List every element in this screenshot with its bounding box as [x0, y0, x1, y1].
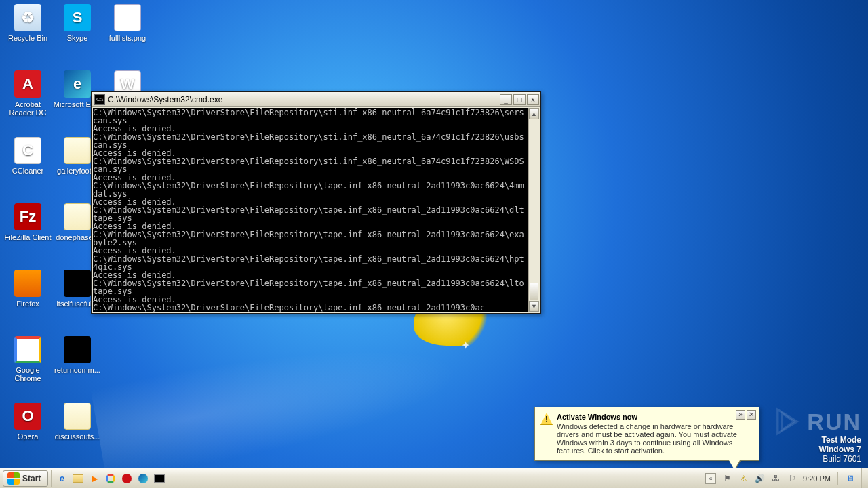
tray-expand-button[interactable]: « — [705, 473, 716, 484]
desktop-icon-discussouts[interactable]: discussouts... — [53, 403, 102, 441]
ie-icon[interactable]: e — [54, 471, 69, 486]
firefox-icon — [14, 270, 41, 297]
quick-launch: e ▶ — [51, 470, 170, 487]
icon-label: Google Chrome — [3, 366, 52, 382]
action-center-icon[interactable]: ⚑ — [722, 473, 732, 484]
taskbar[interactable]: Start e ▶ « ⚑ ⚠ 🔊 🖧 ⚐ 9:20 PM 🖥 — [0, 468, 868, 488]
filezilla-icon: Fz — [14, 203, 41, 230]
wallpaper-streak — [87, 285, 578, 488]
desktop-icon-ccleaner[interactable]: CCCleaner — [3, 137, 52, 175]
icon-label: FileZilla Client — [3, 233, 52, 241]
desktop-icon-firefox[interactable]: Firefox — [3, 270, 52, 308]
explorer-icon[interactable] — [71, 471, 85, 486]
system-tray: « ⚑ ⚠ 🔊 🖧 ⚐ 9:20 PM 🖥 — [700, 468, 861, 488]
balloon-options-button[interactable]: » — [736, 410, 745, 420]
scroll-thumb[interactable] — [530, 283, 538, 300]
network-icon[interactable]: 🖧 — [770, 473, 781, 484]
discussouts-icon — [64, 403, 91, 430]
balloon-body: Windows detected a change in hardware or… — [557, 422, 752, 455]
tray-separator — [837, 472, 838, 485]
cmd-client-area: C:\Windows\System32\DriverStore\FileRepo… — [92, 107, 540, 313]
activation-balloon[interactable]: » ✕ Activate Windows now Windows detecte… — [534, 407, 760, 461]
cmd-taskbar-icon[interactable] — [152, 471, 167, 486]
icon-label: returncomm... — [53, 366, 102, 374]
flag-icon[interactable]: ⚐ — [787, 473, 797, 484]
desktop-icon-acrobat[interactable]: AAcrobat Reader DC — [3, 70, 52, 117]
show-desktop-button[interactable] — [861, 468, 868, 488]
cmd-scrollbar[interactable]: ▲ ▼ — [528, 108, 539, 312]
skype-icon: S — [64, 4, 91, 31]
desktop-icon-skype[interactable]: SSkype — [53, 4, 102, 42]
cmd-window[interactable]: C:\ C:\Windows\System32\cmd.exe _ □ X C:… — [91, 92, 541, 314]
cmd-title: C:\Windows\System32\cmd.exe — [108, 95, 498, 104]
security-icon[interactable]: ⚠ — [738, 473, 749, 484]
warning-icon — [540, 413, 553, 425]
scroll-track[interactable] — [529, 119, 539, 301]
icon-label: Firefox — [3, 300, 52, 308]
volume-icon[interactable]: 🔊 — [754, 473, 765, 484]
desktop-icon-filezilla[interactable]: FzFileZilla Client — [3, 203, 52, 241]
scroll-up-arrow[interactable]: ▲ — [529, 108, 539, 119]
close-button[interactable]: X — [527, 94, 539, 105]
tray-clock[interactable]: 9:20 PM — [803, 474, 831, 483]
galleryfoot-icon — [64, 137, 91, 164]
cmd-titlebar[interactable]: C:\ C:\Windows\System32\cmd.exe _ □ X — [92, 92, 540, 107]
chrome-icon — [14, 336, 41, 363]
recycle-bin-icon: ♻ — [14, 4, 41, 31]
scroll-down-arrow[interactable]: ▼ — [529, 301, 539, 312]
icon-label: Opera — [3, 432, 52, 441]
desktop-icon-recycle-bin[interactable]: ♻Recycle Bin — [3, 4, 52, 42]
balloon-title: Activate Windows now — [557, 413, 752, 421]
icon-label: Recycle Bin — [3, 34, 52, 42]
desktop-icon-chrome[interactable]: Google Chrome — [3, 336, 52, 382]
wallpaper-sparkle: ✦ — [461, 339, 470, 352]
cmd-icon: C:\ — [94, 94, 105, 105]
ccleaner-icon: C — [14, 137, 41, 164]
donephase-icon — [64, 203, 91, 230]
windows-watermark: Test Mode Windows 7 Build 7601 — [818, 435, 861, 464]
opera-icon[interactable] — [119, 471, 134, 486]
icon-label: Skype — [53, 34, 102, 42]
media-icon[interactable]: ▶ — [87, 471, 102, 486]
maximize-button[interactable]: □ — [513, 94, 526, 105]
icon-label: fulllists.png — [103, 34, 152, 42]
itselfuseful-icon — [64, 270, 91, 297]
run-watermark-logo: RUN — [772, 407, 861, 436]
edge-icon: e — [64, 70, 91, 98]
returncomm-icon — [64, 336, 91, 363]
acrobat-icon: A — [14, 70, 41, 98]
fulllists-icon — [114, 4, 141, 31]
desktop-icon-returncomm[interactable]: returncomm... — [53, 336, 102, 374]
balloon-close-button[interactable]: ✕ — [747, 410, 756, 420]
start-button[interactable]: Start — [3, 470, 48, 487]
start-label: Start — [22, 474, 41, 483]
cmd-output[interactable]: C:\Windows\System32\DriverStore\FileRepo… — [93, 108, 539, 312]
icon-label: discussouts... — [53, 432, 102, 441]
windows-logo-icon — [7, 472, 20, 485]
minimize-button[interactable]: _ — [500, 94, 512, 105]
opera-icon: O — [14, 403, 41, 430]
desktop-icon-opera[interactable]: OOpera — [3, 403, 52, 441]
icon-label: CCleaner — [3, 167, 52, 175]
edge-icon[interactable] — [136, 471, 151, 486]
chrome-icon[interactable] — [103, 471, 118, 486]
tray-monitor-icon[interactable]: 🖥 — [845, 473, 856, 484]
icon-label: Acrobat Reader DC — [3, 100, 52, 117]
desktop-icon-fulllists[interactable]: fulllists.png — [103, 4, 152, 42]
